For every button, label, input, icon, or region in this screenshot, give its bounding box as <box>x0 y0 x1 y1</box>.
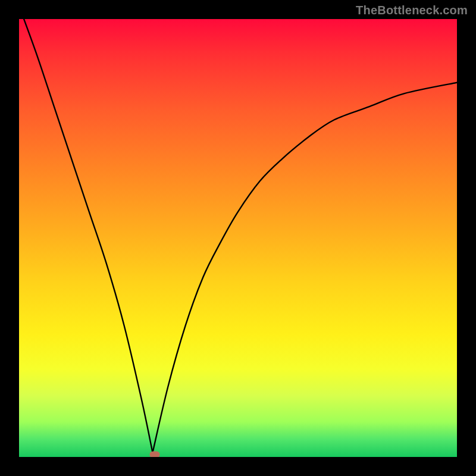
watermark-text: TheBottleneck.com <box>356 4 468 17</box>
curve-layer <box>19 19 457 457</box>
plot-area <box>19 19 457 457</box>
minimum-marker <box>150 452 160 457</box>
bottleneck-curve <box>19 19 457 453</box>
chart-frame: TheBottleneck.com <box>0 0 476 476</box>
